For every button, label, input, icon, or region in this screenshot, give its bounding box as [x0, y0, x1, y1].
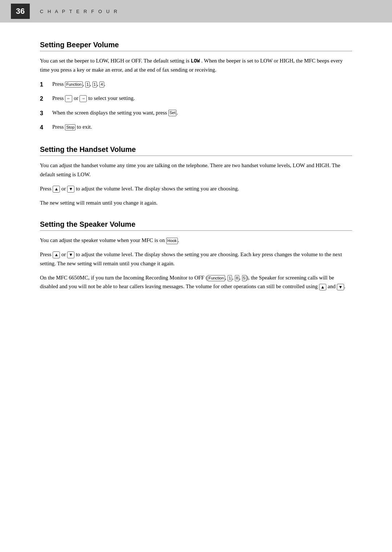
down-arrow-key-s2: ▼ [337, 284, 344, 291]
hook-key: Hook [166, 238, 178, 244]
section-title-speaker: Setting the Speaker Volume [40, 220, 352, 231]
step-2-number: 2 [40, 94, 50, 104]
key-8: 8 [235, 275, 239, 281]
handset-body1: Press ▲ or ▼ to adjust the volume level.… [40, 184, 352, 193]
up-arrow-key-s2: ▲ [319, 284, 326, 291]
section-handset-volume: Setting the Handset Volume You can adjus… [40, 145, 352, 207]
step-1-content: Press Function, 1, 1, 4. [52, 80, 352, 89]
chapter-number: 36 [11, 4, 30, 19]
section-body-handset: You can adjust the handset volume any ti… [40, 161, 352, 207]
step-3: 3 When the screen displays the setting y… [40, 108, 352, 118]
key-1a: 1 [85, 81, 90, 88]
speaker-body2: On the MFC 6650MC, if you turn the Incom… [40, 273, 352, 291]
step-1-number: 1 [40, 80, 50, 89]
key-1b: 1 [93, 81, 97, 88]
handset-intro: You can adjust the handset volume any ti… [40, 161, 352, 179]
section-title-beeper: Setting Beeper Volume [40, 41, 352, 51]
step-4-number: 4 [40, 123, 50, 132]
key-5: 5 [242, 275, 246, 281]
speaker-intro: You can adjust the speaker volume when y… [40, 236, 352, 245]
section-speaker-volume: Setting the Speaker Volume You can adjus… [40, 220, 352, 291]
beeper-intro: You can set the beeper to LOW, HIGH or O… [40, 56, 352, 74]
section-beeper-volume: Setting Beeper Volume You can set the be… [40, 41, 352, 132]
stop-key: Stop [65, 124, 75, 130]
left-arrow-key: ← [65, 95, 72, 102]
down-arrow-key-h: ▼ [67, 186, 74, 193]
right-arrow-key: → [79, 95, 87, 102]
down-arrow-key-s: ▼ [67, 251, 74, 258]
chapter-title: C H A P T E R F O U R [40, 9, 119, 14]
up-arrow-key-h: ▲ [53, 186, 60, 193]
step-2: 2 Press ← or → to select your setting. [40, 94, 352, 104]
function-key: Function [65, 81, 82, 88]
step-1: 1 Press Function, 1, 1, 4. [40, 80, 352, 89]
header-bar: 36 C H A P T E R F O U R [0, 0, 392, 23]
up-arrow-key-s: ▲ [53, 251, 60, 258]
content-area: Setting Beeper Volume You can set the be… [0, 23, 392, 326]
key-1c: 1 [228, 275, 232, 281]
set-key: Set [168, 110, 177, 116]
steps-list: 1 Press Function, 1, 1, 4. 2 Press ← [40, 80, 352, 133]
section-body-beeper: You can set the beeper to LOW, HIGH or O… [40, 56, 352, 132]
section-title-handset: Setting the Handset Volume [40, 145, 352, 156]
step-2-content: Press ← or → to select your setting. [52, 94, 352, 103]
section-body-speaker: You can adjust the speaker volume when y… [40, 236, 352, 291]
step-3-content: When the screen displays the setting you… [52, 108, 352, 117]
speaker-body1: Press ▲ or ▼ to adjust the volume level.… [40, 250, 352, 268]
step-4: 4 Press Stop to exit. [40, 122, 352, 132]
step-4-content: Press Stop to exit. [52, 122, 352, 132]
low-text: LOW [191, 58, 200, 64]
key-4: 4 [99, 81, 104, 88]
function-key-2: Function [208, 275, 225, 281]
handset-body2: The new setting will remain until you ch… [40, 198, 352, 207]
step-3-number: 3 [40, 109, 50, 118]
page: 36 C H A P T E R F O U R Setting Beeper … [0, 0, 392, 552]
